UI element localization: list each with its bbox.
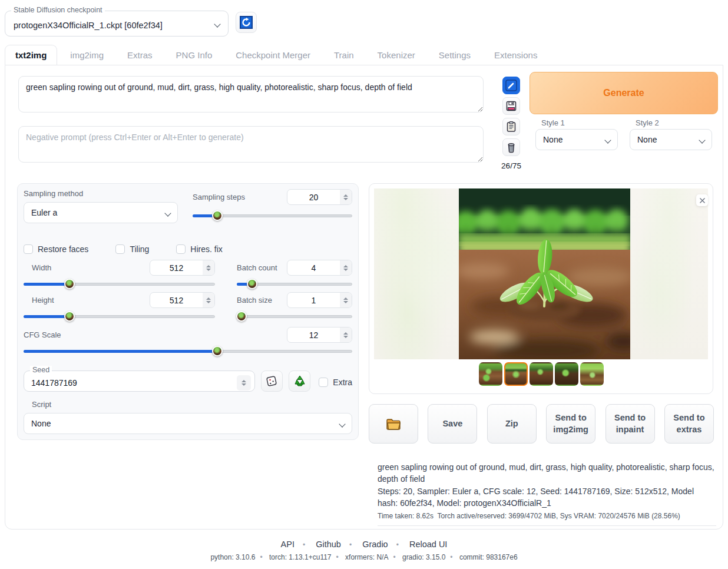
- tab-checkpoint-merger[interactable]: Checkpoint Merger: [225, 45, 321, 65]
- clear-prompt-button[interactable]: [502, 138, 520, 156]
- reuse-seed-button[interactable]: [289, 370, 310, 392]
- footer-link-reload-ui[interactable]: Reload UI: [409, 540, 447, 549]
- seed-input[interactable]: Seed 1441787169: [24, 370, 255, 392]
- height-input[interactable]: 512: [150, 292, 215, 308]
- footer: API• Github• Gradio• Reload UI python: 3…: [0, 540, 728, 561]
- batch-size-slider[interactable]: [237, 311, 352, 322]
- checkbox[interactable]: [24, 244, 33, 254]
- width-slider[interactable]: [24, 279, 215, 289]
- height-label: Height: [24, 296, 54, 305]
- footer-link-gradio[interactable]: Gradio: [362, 540, 388, 549]
- gallery-blur-left: [374, 188, 459, 359]
- width-input[interactable]: 512: [150, 260, 215, 276]
- style1-dropdown[interactable]: None: [535, 129, 618, 150]
- tab-extras[interactable]: Extras: [117, 45, 163, 65]
- tab-extensions[interactable]: Extensions: [484, 45, 548, 65]
- batch-size-input[interactable]: 1: [287, 292, 352, 308]
- txt2img-panel: green sapling rowing out of ground, mud,…: [5, 65, 723, 530]
- restore-faces-checkbox[interactable]: Restore faces: [24, 244, 88, 254]
- checkpoint-value: protogenX34OfficialR_1.ckpt [60fe2f34]: [14, 17, 215, 30]
- send-to-inpaint-button[interactable]: Send to inpaint: [605, 404, 655, 444]
- cfg-scale-input[interactable]: 12: [287, 327, 352, 343]
- slider-thumb[interactable]: [236, 311, 247, 322]
- batch-count-slider[interactable]: [237, 279, 352, 289]
- stepper-arrows[interactable]: [340, 190, 352, 204]
- checkpoint-dropdown[interactable]: Stable Diffusion checkpoint protogenX34O…: [5, 11, 229, 37]
- gallery-thumbnail-1[interactable]: [479, 362, 502, 386]
- zip-button[interactable]: Zip: [487, 404, 537, 444]
- tab-settings[interactable]: Settings: [428, 45, 481, 65]
- tab-txt2img[interactable]: txt2img: [5, 45, 57, 65]
- slider-thumb[interactable]: [64, 279, 75, 289]
- prompt-input[interactable]: green sapling rowing out of ground, mud,…: [18, 76, 484, 113]
- stepper-arrows[interactable]: [340, 293, 352, 307]
- style1-label: Style 1: [541, 118, 565, 127]
- gallery-thumbnail-4[interactable]: [555, 362, 578, 386]
- slider-thumb[interactable]: [64, 311, 75, 322]
- checkpoint-label: Stable Diffusion checkpoint: [11, 6, 105, 14]
- close-gallery-button[interactable]: [696, 194, 708, 206]
- gallery-thumbnail-2-selected[interactable]: [504, 362, 528, 386]
- refresh-checkpoints-button[interactable]: [236, 12, 257, 33]
- gallery-thumbnail-5[interactable]: [580, 362, 604, 386]
- paintbrush-button[interactable]: [502, 77, 520, 94]
- random-seed-button[interactable]: [261, 370, 283, 392]
- checkbox[interactable]: [176, 244, 186, 254]
- stepper-arrows[interactable]: [340, 260, 352, 275]
- batch-count-input[interactable]: 4: [287, 260, 352, 276]
- send-to-extras-button[interactable]: Send to extras: [664, 404, 714, 444]
- tab-png-info[interactable]: PNG Info: [166, 45, 223, 65]
- gallery-thumbnail-3[interactable]: [530, 362, 553, 386]
- open-folder-button[interactable]: [369, 404, 418, 444]
- stepper-arrows[interactable]: [340, 327, 352, 342]
- tab-img2img[interactable]: img2img: [59, 45, 114, 65]
- chevron-down-icon: [339, 421, 345, 427]
- chevron-down-icon: [604, 137, 611, 143]
- negative-prompt-input[interactable]: [18, 126, 484, 163]
- stepper-arrows[interactable]: [203, 293, 214, 307]
- checkbox[interactable]: [115, 244, 125, 254]
- tab-train[interactable]: Train: [323, 45, 365, 65]
- style2-dropdown[interactable]: None: [630, 129, 712, 150]
- extra-seed-checkbox[interactable]: Extra: [319, 378, 352, 387]
- slider-thumb[interactable]: [212, 210, 223, 221]
- gallery-thumbnails: [369, 362, 713, 386]
- close-icon: [699, 197, 706, 204]
- footer-link-github[interactable]: Github: [316, 540, 341, 549]
- script-dropdown[interactable]: None: [24, 413, 352, 434]
- apply-style-button[interactable]: [502, 118, 520, 135]
- slider-thumb[interactable]: [247, 279, 257, 289]
- slider-thumb[interactable]: [212, 346, 223, 356]
- send-to-img2img-button[interactable]: Send to img2img: [546, 404, 595, 444]
- hires-fix-checkbox[interactable]: Hires. fix: [176, 244, 222, 254]
- height-slider[interactable]: [24, 311, 215, 322]
- generation-info-params: Steps: 20, Sampler: Euler a, CFG scale: …: [378, 485, 716, 510]
- cfg-scale-slider[interactable]: [24, 346, 352, 356]
- checkbox[interactable]: [319, 378, 328, 387]
- generation-info-prompt: green sapling rowing out of ground, mud,…: [378, 461, 716, 485]
- generate-button[interactable]: Generate: [530, 72, 718, 114]
- chevron-down-icon: [164, 210, 171, 216]
- dice-icon: [265, 375, 278, 388]
- width-label: Width: [24, 263, 51, 272]
- tiling-checkbox[interactable]: Tiling: [115, 244, 149, 254]
- sampling-steps-input[interactable]: 20: [287, 189, 352, 205]
- tab-tokenizer[interactable]: Tokenizer: [367, 45, 426, 65]
- save-button[interactable]: Save: [428, 404, 477, 444]
- stepper-arrows[interactable]: [203, 260, 214, 275]
- result-gallery: [369, 183, 713, 394]
- batch-size-label: Batch size: [237, 296, 272, 305]
- script-label: Script: [24, 400, 352, 409]
- recycle-icon: [293, 375, 306, 388]
- save-style-button[interactable]: [502, 97, 520, 115]
- sampling-method-label: Sampling method: [24, 189, 178, 198]
- sd-webui-app: Stable Diffusion checkpoint protogenX34O…: [0, 0, 728, 569]
- sampling-steps-slider[interactable]: [193, 210, 352, 221]
- sampling-method-dropdown[interactable]: Euler a: [24, 202, 178, 223]
- main-tab-bar: txt2img img2img Extras PNG Info Checkpoi…: [5, 45, 723, 64]
- footer-link-api[interactable]: API: [281, 540, 294, 549]
- image-actions: Save Zip Send to img2img Send to inpaint…: [369, 404, 714, 444]
- stepper-arrows[interactable]: [237, 375, 251, 391]
- footer-versions: python: 3.10.6• torch: 1.13.1+cu117• xfo…: [0, 553, 728, 561]
- generated-image[interactable]: [459, 188, 630, 359]
